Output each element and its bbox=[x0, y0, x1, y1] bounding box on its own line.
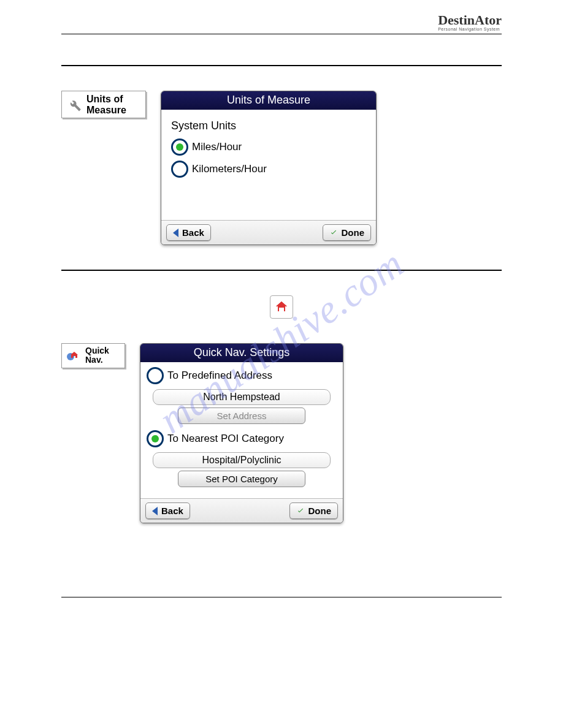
radio-label: Kilometers/Hour bbox=[192, 163, 267, 175]
radio-km[interactable]: Kilometers/Hour bbox=[171, 161, 366, 178]
radio-button bbox=[147, 367, 164, 384]
check-icon bbox=[329, 229, 338, 237]
back-button[interactable]: Back bbox=[166, 224, 211, 241]
radio-predefined-address[interactable]: To Predefined Address bbox=[147, 367, 337, 384]
section-divider bbox=[61, 65, 502, 66]
quicknav-screen: Quick Nav. Settings To Predefined Addres… bbox=[140, 343, 343, 523]
set-address-button[interactable]: Set Address bbox=[178, 408, 305, 424]
radio-label: Miles/Hour bbox=[192, 141, 242, 153]
footer-rule bbox=[61, 597, 502, 597]
back-button[interactable]: Back bbox=[145, 502, 190, 519]
arrow-left-icon bbox=[152, 507, 158, 515]
radio-label: To Nearest POI Category bbox=[167, 433, 284, 445]
tile-label-l1: Quick bbox=[85, 346, 109, 355]
units-of-measure-tile[interactable]: Units of Measure bbox=[61, 91, 146, 118]
address-field[interactable]: North Hempstead bbox=[153, 389, 331, 405]
tile-label-l1: Units of bbox=[86, 94, 123, 104]
home-icon[interactable] bbox=[270, 295, 293, 319]
units-screen: Units of Measure System Units Miles/Hour… bbox=[161, 91, 377, 245]
radio-nearest-poi[interactable]: To Nearest POI Category bbox=[147, 430, 337, 447]
check-icon bbox=[296, 507, 305, 515]
radio-miles[interactable]: Miles/Hour bbox=[171, 138, 366, 156]
brand-logo: DestinAtor bbox=[438, 12, 502, 28]
system-units-heading: System Units bbox=[171, 119, 366, 132]
done-label: Done bbox=[342, 227, 365, 238]
globe-home-icon bbox=[64, 347, 82, 364]
radio-button-selected bbox=[147, 430, 164, 447]
done-button[interactable]: Done bbox=[323, 224, 372, 241]
radio-label: To Predefined Address bbox=[167, 370, 272, 382]
done-label: Done bbox=[308, 506, 332, 516]
section-divider bbox=[61, 270, 502, 271]
done-button[interactable]: Done bbox=[289, 502, 339, 519]
wrench-icon bbox=[66, 96, 83, 113]
arrow-left-icon bbox=[173, 229, 178, 237]
page-header: DestinAtor Personal Navigation System bbox=[61, 12, 502, 34]
brand-tagline: Personal Navigation System bbox=[438, 27, 502, 31]
screen-title: Quick Nav. Settings bbox=[140, 344, 343, 362]
tile-label-l2: Nav. bbox=[85, 355, 103, 365]
poi-field[interactable]: Hospital/Polyclinic bbox=[153, 452, 331, 468]
back-label: Back bbox=[161, 506, 183, 516]
tile-label-l2: Measure bbox=[86, 105, 126, 115]
set-poi-button[interactable]: Set POI Category bbox=[178, 471, 305, 487]
quick-nav-tile[interactable]: Quick Nav. bbox=[61, 343, 125, 368]
radio-button bbox=[171, 161, 188, 178]
back-label: Back bbox=[182, 227, 204, 238]
radio-button-selected bbox=[171, 138, 188, 156]
screen-title: Units of Measure bbox=[161, 91, 376, 110]
